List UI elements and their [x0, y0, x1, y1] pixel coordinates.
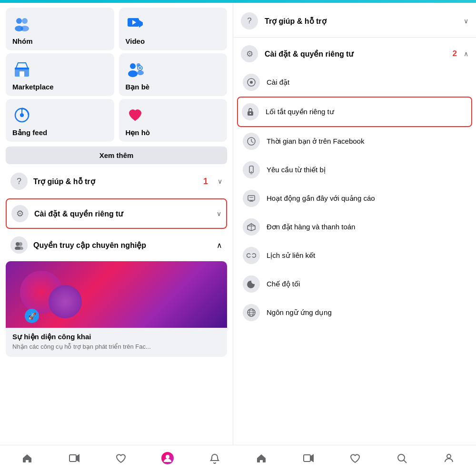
- nav-bell[interactable]: [191, 449, 238, 468]
- grid-item-video[interactable]: Video: [119, 8, 228, 50]
- menu-item-thoigian[interactable]: Thời gian bạn ở trên Facebook: [233, 127, 476, 156]
- right-help-section[interactable]: ? Trợ giúp & hỗ trợ ∨: [233, 7, 476, 35]
- svg-point-11: [128, 70, 138, 77]
- pro-card-image: 🚀: [6, 261, 227, 328]
- dondathang-label: Đơn đặt hàng và thanh toán: [267, 223, 468, 231]
- nav-video2[interactable]: [285, 449, 331, 468]
- grid-row-2: Marketplace Bạn bè: [6, 53, 227, 96]
- nav-heart2[interactable]: [332, 449, 378, 468]
- nav-home2[interactable]: [238, 449, 285, 468]
- yeucau-icon: [243, 161, 260, 178]
- henho-label: Hẹn hò: [126, 128, 150, 137]
- right-panel: ? Trợ giúp & hỗ trợ ∨ ⚙ Cài đặt & quyền …: [233, 3, 476, 445]
- help-section-left[interactable]: ? Trợ giúp & hỗ trợ 1 ∨: [6, 167, 227, 196]
- nav-avatar[interactable]: [144, 448, 191, 468]
- grid-row-1: Nhóm Video: [6, 8, 227, 50]
- help-label: Trợ giúp & hỗ trợ: [33, 177, 198, 186]
- pro-chevron: ∧: [217, 241, 222, 250]
- pro-card[interactable]: 🚀 Sự hiện diện công khai Nhận các công c…: [6, 261, 227, 357]
- banbe-icon: [126, 60, 145, 79]
- caidat-label: Cài đặt: [267, 78, 468, 87]
- nav-home[interactable]: [4, 449, 50, 468]
- right-help-icon: ?: [241, 12, 258, 29]
- banbe-label: Bạn bè: [126, 83, 150, 91]
- pro-icon: [10, 236, 28, 254]
- svg-point-18: [20, 113, 24, 117]
- marketplace-icon: [12, 60, 31, 79]
- pro-card-title: Sự hiện diện công khai: [12, 333, 220, 341]
- menu-item-chedotoi[interactable]: Chế độ tối: [233, 270, 476, 298]
- help-icon: ?: [10, 173, 28, 190]
- svg-point-0: [16, 18, 22, 24]
- nhom-icon: [12, 14, 31, 33]
- menu-item-caidat[interactable]: Cài đặt: [233, 68, 476, 97]
- ngonngu-label: Ngôn ngữ ứng dụng: [267, 308, 468, 317]
- settings-section-left[interactable]: ⚙ Cài đặt & quyền riêng tư ∨: [6, 198, 227, 229]
- thoigian-label: Thời gian bạn ở trên Facebook: [267, 137, 468, 146]
- settings-chevron: ∨: [217, 210, 221, 217]
- menu-item-lichsu[interactable]: Lịch sử liên kết: [233, 241, 476, 270]
- chedotoi-icon: [243, 275, 260, 293]
- grid-item-marketplace[interactable]: Marketplace: [6, 53, 114, 96]
- henho-icon: [126, 106, 145, 125]
- thoigian-icon: [243, 133, 260, 150]
- svg-point-54: [447, 454, 451, 458]
- rocket-icon: 🚀: [25, 309, 39, 323]
- lichsu-label: Lịch sử liên kết: [267, 251, 468, 260]
- left-panel: Nhóm Video: [0, 3, 233, 445]
- pro-access-section[interactable]: Quyền truy cập chuyên nghiệp ∧: [6, 232, 227, 258]
- loitat-label: Lối tắt quyền riêng tư: [266, 108, 464, 116]
- settings-icon: ⚙: [11, 205, 29, 222]
- grid-item-nhom[interactable]: Nhóm: [6, 8, 114, 50]
- help-badge: 1: [203, 177, 208, 186]
- grid-item-henhо[interactable]: Hẹn hò: [119, 99, 228, 142]
- right-settings-title[interactable]: ⚙ Cài đặt & quyền riêng tư 2 ∧: [233, 39, 476, 68]
- menu-item-dondathang[interactable]: Đơn đặt hàng và thanh toán: [233, 213, 476, 241]
- caidat-icon: [243, 74, 260, 91]
- nav-profile2[interactable]: [378, 449, 425, 468]
- divider-1: [233, 37, 476, 38]
- video-icon: [126, 14, 145, 33]
- svg-line-53: [404, 460, 407, 463]
- svg-point-26: [250, 81, 253, 84]
- svg-rect-47: [69, 455, 76, 461]
- pro-access-label: Quyền truy cập chuyên nghiệp: [33, 241, 211, 250]
- svg-rect-8: [15, 68, 29, 69]
- svg-point-3: [20, 26, 29, 31]
- grid-item-banbe[interactable]: Bạn bè: [119, 53, 228, 96]
- grid-row-3: Bảng feed Hẹn hò: [6, 99, 227, 142]
- pro-card-body: Sự hiện diện công khai Nhận các công cụ …: [6, 328, 227, 357]
- chedotoi-label: Chế độ tối: [267, 280, 468, 288]
- svg-line-31: [251, 141, 253, 143]
- svg-rect-34: [250, 174, 252, 174]
- pro-card-desc: Nhận các công cụ hỗ trợ bạn phát triển t…: [12, 343, 220, 350]
- svg-point-49: [166, 455, 169, 459]
- nav-video[interactable]: [50, 449, 97, 468]
- menu-item-yeucau[interactable]: Yêu cầu từ thiết bị: [233, 156, 476, 184]
- right-settings-label: Cài đặt & quyền riêng tư: [265, 49, 446, 59]
- bangfeed-icon: [12, 106, 31, 125]
- right-badge: 2: [453, 49, 457, 59]
- svg-point-22: [19, 242, 22, 246]
- marketplace-label: Marketplace: [12, 83, 54, 91]
- see-more-button[interactable]: Xem thêm: [6, 147, 227, 164]
- svg-point-20: [21, 108, 23, 110]
- video-label: Video: [126, 37, 145, 45]
- svg-rect-50: [304, 455, 310, 461]
- grid-item-bangfeed[interactable]: Bảng feed: [6, 99, 114, 142]
- menu-item-ngonngu[interactable]: Ngôn ngữ ứng dụng: [233, 298, 476, 327]
- help-chevron: ∨: [218, 177, 222, 185]
- menu-item-loitat[interactable]: Lối tắt quyền riêng tư: [238, 98, 471, 126]
- nav-person[interactable]: [426, 449, 472, 468]
- bubble-2: [49, 285, 82, 318]
- nav-heart[interactable]: [98, 449, 144, 468]
- svg-rect-9: [20, 71, 24, 77]
- yeucau-label: Yêu cầu từ thiết bị: [267, 166, 468, 174]
- svg-marker-5: [139, 20, 143, 28]
- settings-label: Cài đặt & quyền riêng tư: [34, 209, 211, 218]
- svg-point-52: [398, 454, 405, 461]
- menu-item-hoatdong[interactable]: Hoạt động gần đây với quảng cáo: [233, 184, 476, 213]
- hoatdong-icon: [243, 190, 260, 207]
- dondathang-icon: [243, 218, 260, 236]
- right-settings-icon: ⚙: [241, 45, 258, 62]
